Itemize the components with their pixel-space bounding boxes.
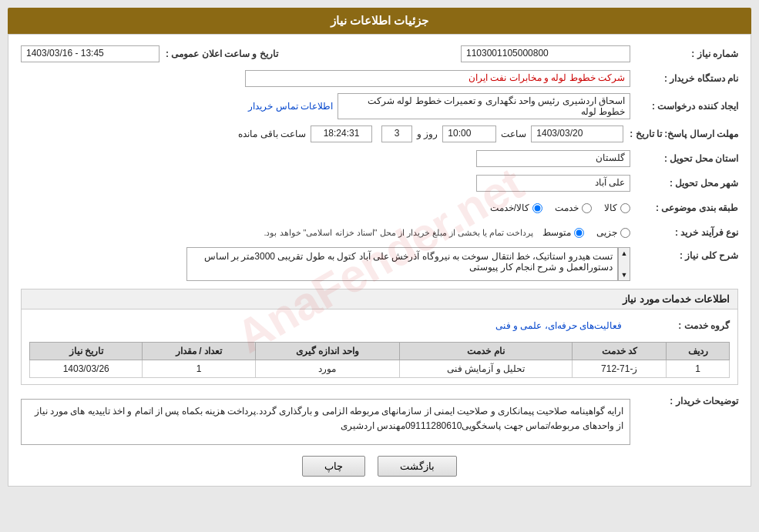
main-content: AnaFender.net شماره نیاز : 1103001105000… — [8, 34, 751, 487]
row-province: استان محل تحویل : گلستان — [21, 149, 738, 169]
city-value: علی آباد — [476, 175, 630, 192]
section-services-body: گروه خدمت : فعالیت‌های حرفه‌ای، علمی و ف… — [21, 309, 738, 385]
process-radio-group: جزیی متوسط — [542, 227, 630, 238]
label-service-group: گروه خدمت : — [622, 320, 730, 331]
print-button[interactable]: چاپ — [302, 456, 365, 477]
col-service-name: نام خدمت — [400, 343, 573, 360]
deadline-days-label: روز و — [417, 129, 438, 139]
table-cell-2: تحلیل و آزمایش فنی — [400, 360, 573, 378]
row-order-number: شماره نیاز : 1103001105000800 تاریخ و سا… — [21, 44, 738, 64]
description-text: تست هیدرو استاتیک، خط انتقال سوخت به نیر… — [186, 247, 618, 281]
buyer-notes-value: ارایه گواهینامه صلاحیت پیمانکاری و صلاحی… — [21, 399, 630, 445]
row-category: طبقه بندی موضوعی : کالا خدمت کالا/خدمت — [21, 198, 738, 218]
radio-jozi-label: جزیی — [596, 227, 617, 238]
process-description: پرداخت تمام یا بخشی از مبلغ خریدار از مح… — [264, 228, 533, 238]
process-option-motavasset[interactable]: متوسط — [542, 227, 584, 238]
radio-motavasset-label: متوسط — [542, 227, 571, 238]
deadline-remain: 18:24:31 — [311, 125, 372, 142]
table-cell-4: 1 — [143, 360, 255, 378]
deadline-days: 3 — [381, 125, 412, 142]
province-value: گلستان — [476, 150, 630, 167]
label-province: استان محل تحویل : — [630, 153, 738, 164]
service-group-value[interactable]: فعالیت‌های حرفه‌ای، علمی و فنی — [495, 320, 622, 331]
services-table: ردیف کد خدمت نام خدمت واحد اندازه گیری ت… — [29, 342, 730, 378]
row-description: شرح کلی نیاز : ▲ ▼ تست هیدرو استاتیک، خط… — [21, 247, 738, 281]
scroll-up-arrow[interactable]: ▲ — [621, 249, 628, 257]
description-wrapper: ▲ ▼ تست هیدرو استاتیک، خط انتقال سوخت به… — [186, 247, 630, 281]
radio-motavasset[interactable] — [574, 228, 584, 238]
scroll-arrows[interactable]: ▲ ▼ — [618, 247, 630, 281]
row-city: شهر محل تحویل : علی آباد — [21, 173, 738, 193]
radio-kala-khedmat-label: کالا/خدمت — [490, 202, 529, 213]
page-wrapper: جزئیات اطلاعات نیاز AnaFender.net شماره … — [0, 0, 759, 532]
category-option-khedmat[interactable]: خدمت — [555, 202, 592, 213]
category-radio-group: کالا خدمت کالا/خدمت — [490, 202, 630, 213]
table-cell-5: 1403/03/26 — [30, 360, 143, 378]
label-category: طبقه بندی موضوعی : — [630, 202, 738, 213]
label-deadline: مهلت ارسال پاسخ: تا تاریخ : — [623, 129, 738, 139]
order-number-value: 1103001105000800 — [461, 45, 630, 62]
label-buyer-name: نام دستگاه خریدار : — [630, 73, 738, 84]
buyer-name-value: شرکت خطوط لوله و مخابرات نفت ایران — [245, 70, 630, 87]
col-quantity: تعداد / مقدار — [143, 343, 255, 360]
table-cell-0: 1 — [667, 360, 730, 378]
radio-kala-label: کالا — [604, 202, 617, 213]
requester-value: اسحاق اردشیری رئیس واحد نگهداری و تعمیرا… — [338, 93, 630, 119]
label-order-number: شماره نیاز : — [630, 49, 738, 59]
label-requester: ایجاد کننده درخواست : — [630, 101, 738, 112]
row-buyer-notes: توضیحات خریدار : ارایه گواهینامه صلاحیت … — [21, 393, 738, 445]
table-row: 1ز-71-712تحلیل و آزمایش فنیمورد11403/03/… — [30, 360, 730, 378]
deadline-time-label: ساعت — [501, 129, 526, 139]
requester-link[interactable]: اطلاعات تماس خریدار — [248, 101, 333, 112]
deadline-date: 1403/03/20 — [531, 125, 623, 142]
table-cell-3: مورد — [255, 360, 399, 378]
announce-value: 1403/03/16 - 13:45 — [21, 45, 160, 62]
deadline-remain-label: ساعت باقی مانده — [238, 129, 306, 139]
label-city: شهر محل تحویل : — [630, 178, 738, 189]
deadline-time: 10:00 — [442, 125, 496, 142]
buttons-row: بازگشت چاپ — [21, 456, 738, 477]
radio-khedmat[interactable] — [582, 203, 592, 213]
col-unit: واحد اندازه گیری — [255, 343, 399, 360]
radio-jozi[interactable] — [620, 228, 630, 238]
table-header-row: ردیف کد خدمت نام خدمت واحد اندازه گیری ت… — [30, 343, 730, 360]
col-row-number: ردیف — [667, 343, 730, 360]
radio-kala[interactable] — [620, 203, 630, 213]
row-process: نوع فرآیند خرید : جزیی متوسط پرداخت تمام… — [21, 223, 738, 243]
row-service-group: گروه خدمت : فعالیت‌های حرفه‌ای، علمی و ف… — [29, 316, 730, 336]
label-process: نوع فرآیند خرید : — [630, 227, 738, 238]
services-table-section: ردیف کد خدمت نام خدمت واحد اندازه گیری ت… — [29, 342, 730, 378]
table-cell-1: ز-71-712 — [573, 360, 667, 378]
announce-label: تاریخ و ساعت اعلان عمومی : — [160, 49, 278, 59]
label-buyer-notes: توضیحات خریدار : — [630, 393, 738, 407]
row-requester: ایجاد کننده درخواست : اسحاق اردشیری رئیس… — [21, 93, 738, 119]
label-description: شرح کلی نیاز : — [630, 247, 738, 261]
row-deadline: مهلت ارسال پاسخ: تا تاریخ : 1403/03/20 س… — [21, 124, 738, 144]
section-services-header: اطلاعات خدمات مورد نیاز — [21, 289, 738, 309]
row-buyer-name: نام دستگاه خریدار : شرکت خطوط لوله و مخا… — [21, 69, 738, 89]
category-option-kala-khedmat[interactable]: کالا/خدمت — [490, 202, 542, 213]
process-option-jozi[interactable]: جزیی — [596, 227, 630, 238]
col-need-date: تاریخ نیاز — [30, 343, 143, 360]
scroll-down-arrow[interactable]: ▼ — [621, 271, 628, 279]
page-title: جزئیات اطلاعات نیاز — [8, 8, 751, 34]
col-service-code: کد خدمت — [573, 343, 667, 360]
buyer-notes-section: توضیحات خریدار : ارایه گواهینامه صلاحیت … — [21, 393, 738, 445]
back-button[interactable]: بازگشت — [378, 456, 457, 477]
radio-kala-khedmat[interactable] — [532, 203, 542, 213]
category-option-kala[interactable]: کالا — [604, 202, 630, 213]
radio-khedmat-label: خدمت — [555, 202, 579, 213]
